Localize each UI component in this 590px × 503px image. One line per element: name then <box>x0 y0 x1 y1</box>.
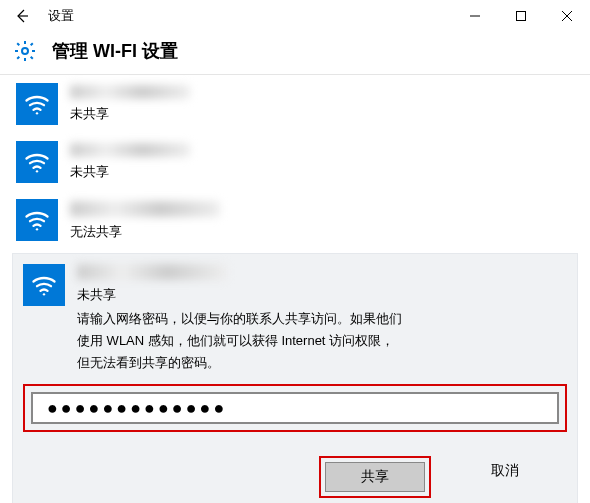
network-status: 无法共享 <box>70 223 220 241</box>
page-title: 管理 WI-FI 设置 <box>52 39 178 63</box>
wifi-icon <box>16 199 58 241</box>
share-description: 请输入网络密码，以便与你的联系人共享访问。如果他们 使用 WLAN 感知，他们就… <box>77 308 567 374</box>
password-masked-value: ●●●●●●●●●●●●● <box>47 398 227 419</box>
selected-network-panel: 未共享 请输入网络密码，以便与你的联系人共享访问。如果他们 使用 WLAN 感知… <box>12 253 578 503</box>
network-status: 未共享 <box>70 105 190 123</box>
close-icon <box>562 11 572 21</box>
password-highlight-box: ●●●●●●●●●●●●● <box>23 384 567 432</box>
svg-point-1 <box>22 48 28 54</box>
network-info: 未共享 <box>70 141 190 181</box>
back-button[interactable] <box>8 2 36 30</box>
network-status: 未共享 <box>77 286 567 304</box>
network-name-redacted <box>70 85 190 99</box>
window-titlebar: 设置 <box>0 0 590 32</box>
minimize-icon <box>470 11 480 21</box>
password-input[interactable]: ●●●●●●●●●●●●● <box>31 392 559 424</box>
svg-point-3 <box>36 170 38 172</box>
wifi-icon <box>23 264 65 306</box>
network-name-redacted <box>70 143 190 157</box>
network-item[interactable]: 未共享 <box>12 133 578 191</box>
svg-rect-0 <box>517 12 526 21</box>
svg-point-2 <box>36 112 38 114</box>
page-header: 管理 WI-FI 设置 <box>0 32 590 75</box>
network-name-redacted <box>70 201 220 217</box>
network-list: 未共享 未共享 无法共享 <box>0 75 590 249</box>
share-highlight-box: 共享 <box>319 456 431 498</box>
dialog-buttons: 共享 取消 <box>23 456 567 498</box>
network-info: 无法共享 <box>70 199 220 241</box>
arrow-left-icon <box>14 8 30 24</box>
network-info: 未共享 <box>70 83 190 123</box>
cancel-button[interactable]: 取消 <box>455 456 555 486</box>
window-title: 设置 <box>48 7 74 25</box>
svg-point-4 <box>36 228 38 230</box>
network-item[interactable]: 无法共享 <box>12 191 578 249</box>
wifi-icon <box>16 141 58 183</box>
share-button[interactable]: 共享 <box>325 462 425 492</box>
window-controls <box>452 0 590 32</box>
close-button[interactable] <box>544 0 590 32</box>
wifi-icon <box>16 83 58 125</box>
network-name-redacted <box>77 264 227 280</box>
network-item[interactable]: 未共享 <box>12 75 578 133</box>
gear-icon <box>12 38 38 64</box>
maximize-button[interactable] <box>498 0 544 32</box>
svg-point-5 <box>43 293 45 295</box>
network-status: 未共享 <box>70 163 190 181</box>
maximize-icon <box>516 11 526 21</box>
minimize-button[interactable] <box>452 0 498 32</box>
